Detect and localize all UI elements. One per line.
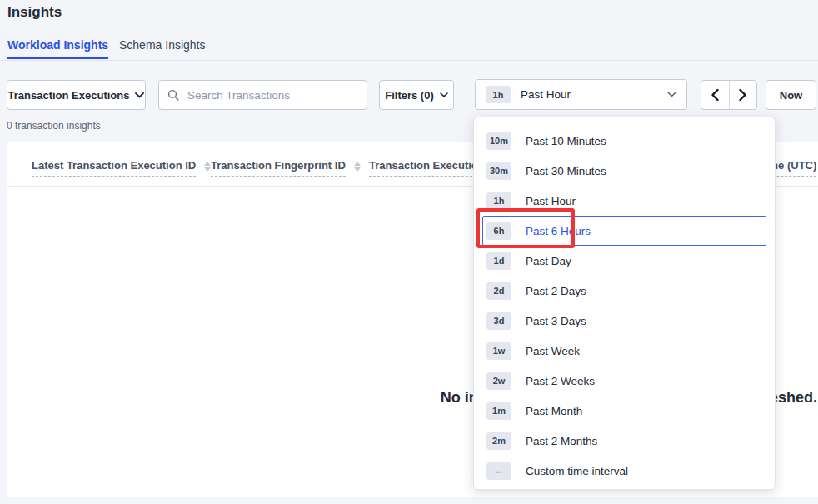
time-interval-option-badge: -- [486, 462, 511, 480]
time-interval-option[interactable]: 1d Past Day [482, 246, 766, 276]
time-interval-option[interactable]: 6h Past 6 Hours [482, 216, 766, 246]
time-interval-option-label: Past 2 Days [526, 285, 586, 297]
next-interval-button[interactable] [730, 81, 757, 109]
time-interval-option-label: Past 3 Days [526, 315, 586, 327]
time-interval-option[interactable]: 2d Past 2 Days [482, 276, 766, 306]
time-interval-option-label: Past 6 Hours [526, 225, 591, 237]
time-interval-option-label: Custom time interval [526, 465, 628, 477]
time-interval-option-label: Past 10 Minutes [526, 135, 606, 147]
chevron-left-icon [711, 89, 719, 101]
tab-workload-insights[interactable]: Workload Insights [7, 38, 108, 52]
view-selector-label: Transaction Executions [8, 89, 130, 102]
time-interval-option-label: Past 2 Months [526, 435, 597, 447]
time-interval-option-label: Past 30 Minutes [526, 165, 606, 177]
column-header-transaction-fingerprint-id: Transaction Fingerprint ID [211, 159, 361, 177]
tab-bar: Workload Insights Schema Insights [0, 37, 818, 61]
time-interval-option-badge: 1d [486, 252, 511, 270]
search-input[interactable] [186, 88, 358, 102]
time-interval-badge: 1h [486, 86, 511, 103]
insights-count: 0 transaction insights [7, 120, 101, 132]
time-interval-option-label: Past 2 Weeks [526, 375, 595, 387]
now-button[interactable]: Now [766, 80, 816, 110]
time-interval-option-label: Past Day [526, 255, 571, 267]
time-interval-option-badge: 6h [486, 222, 511, 240]
time-interval-option-badge: 30m [486, 162, 511, 180]
previous-interval-button[interactable] [701, 81, 730, 109]
time-interval-option-badge: 1m [486, 402, 511, 420]
tab-schema-insights[interactable]: Schema Insights [119, 38, 206, 52]
filters-label: Filters (0) [385, 89, 434, 102]
search-box[interactable] [158, 80, 367, 110]
page-title: Insights [7, 4, 62, 21]
filters-button[interactable]: Filters (0) [379, 80, 454, 110]
time-interval-option[interactable]: 3d Past 3 Days [482, 306, 766, 336]
time-interval-option-badge: 2m [486, 432, 511, 450]
time-interval-option-badge: 1h [486, 192, 511, 210]
time-interval-option-badge: 2w [486, 372, 511, 390]
time-interval-option[interactable]: 1m Past Month [482, 396, 766, 426]
time-interval-option-label: Past Hour [526, 195, 576, 207]
time-interval-option-label: Past Week [526, 345, 580, 357]
time-interval-option[interactable]: 10m Past 10 Minutes [482, 126, 766, 156]
time-interval-label: Past Hour [521, 88, 657, 101]
time-interval-selector[interactable]: 1h Past Hour [475, 79, 687, 110]
time-interval-option[interactable]: 2m Past 2 Months [482, 426, 766, 456]
time-range-stepper [701, 80, 757, 110]
column-header-latest-transaction-execution-id: Latest Transaction Execution ID [32, 159, 211, 177]
view-selector-button[interactable]: Transaction Executions [7, 80, 146, 110]
time-interval-option[interactable]: 30m Past 30 Minutes [482, 156, 766, 186]
time-interval-option[interactable]: 2w Past 2 Weeks [482, 366, 766, 396]
time-interval-option-badge: 1w [486, 342, 511, 360]
time-interval-option-badge: 3d [486, 312, 511, 330]
chevron-down-icon [135, 92, 144, 98]
time-interval-option-label: Past Month [526, 405, 582, 417]
time-interval-option[interactable]: -- Custom time interval [482, 456, 766, 486]
chevron-down-icon [667, 92, 676, 97]
insights-page: Insights Workload Insights Schema Insigh… [0, 0, 818, 504]
time-interval-option[interactable]: 1w Past Week [482, 336, 766, 366]
time-interval-option-badge: 2d [486, 282, 511, 300]
time-interval-dropdown: 10m Past 10 Minutes 30m Past 30 Minutes … [473, 117, 776, 490]
sort-toggle-icon[interactable] [354, 162, 361, 172]
time-interval-option[interactable]: 1h Past Hour [482, 186, 766, 216]
chevron-down-icon [440, 92, 448, 97]
search-icon [167, 89, 179, 101]
chevron-right-icon [739, 89, 746, 101]
column-header-transaction-execution: Transaction Execution [369, 159, 485, 177]
time-interval-option-badge: 10m [486, 132, 511, 150]
